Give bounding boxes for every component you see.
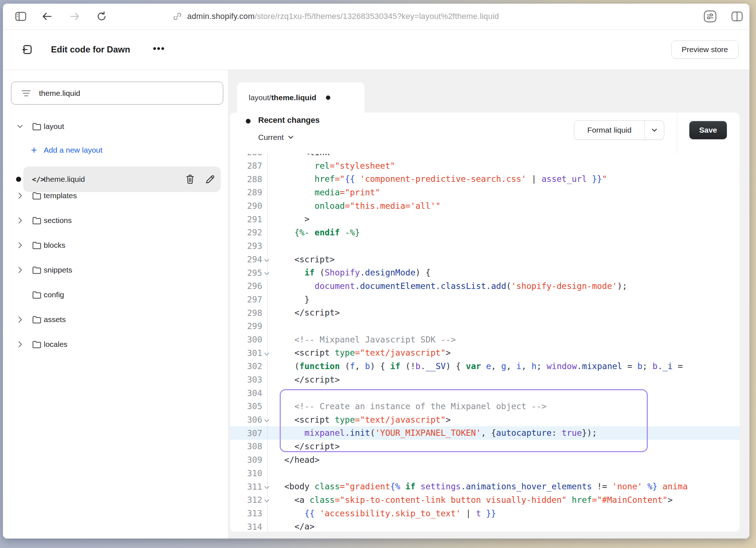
line-number[interactable]: 305 — [230, 400, 267, 413]
line-number[interactable]: 300 — [230, 333, 267, 347]
chevron-right-icon[interactable] — [17, 267, 23, 273]
line-number[interactable]: 296 — [230, 279, 267, 293]
split-view-icon[interactable] — [731, 11, 743, 21]
line-number[interactable]: 295 — [230, 266, 267, 279]
line-number[interactable]: 297 — [230, 293, 267, 306]
tab-theme-liquid[interactable]: layout/theme.liquid — [237, 82, 365, 113]
chevron-down-icon[interactable] — [17, 125, 23, 128]
line-number[interactable]: 291 — [230, 212, 267, 226]
line-number[interactable]: 311 — [230, 480, 267, 493]
code-line-295[interactable]: 295 if (Shopify.designMode) { — [230, 266, 740, 279]
fold-chevron-icon[interactable] — [264, 499, 269, 503]
sidebar-folder-locales[interactable]: locales — [3, 338, 228, 351]
fold-chevron-icon[interactable] — [264, 259, 269, 262]
code-line-306[interactable]: 306 <script type="text/javascript"> — [230, 413, 740, 427]
line-number[interactable]: 293 — [230, 239, 267, 253]
code-line-286[interactable]: 286 <link — [230, 154, 740, 159]
code-line-303[interactable]: 303 </script> — [230, 373, 740, 387]
more-actions-button[interactable]: ••• — [153, 43, 165, 54]
line-number[interactable]: 308 — [230, 440, 267, 453]
sidebar-folder-assets[interactable]: assets — [3, 313, 228, 326]
delete-file-icon[interactable] — [185, 174, 195, 184]
code-line-310[interactable]: 310 — [230, 467, 740, 480]
chevron-right-icon[interactable] — [17, 242, 23, 248]
line-number[interactable]: 304 — [230, 386, 267, 400]
line-number[interactable]: 307 — [230, 426, 267, 440]
code-line-292[interactable]: 292 {%- endif -%} — [230, 226, 740, 239]
code-line-288[interactable]: 288 href="{{ 'component-predictive-searc… — [230, 172, 740, 186]
sidebar-folder-config[interactable]: config — [3, 289, 228, 301]
sidebar-toggle-icon[interactable] — [15, 12, 26, 21]
line-number[interactable]: 309 — [230, 453, 267, 467]
sidebar-folder-blocks[interactable]: blocks — [3, 239, 228, 251]
code-line-313[interactable]: 313 {{ 'accessibility.skip_to_text' | t … — [230, 507, 740, 520]
code-line-299[interactable]: 299 — [230, 320, 740, 333]
line-number[interactable]: 290 — [230, 199, 267, 213]
exit-editor-icon[interactable] — [21, 43, 34, 56]
code-line-290[interactable]: 290 onload="this.media='all'" — [230, 199, 740, 213]
line-number[interactable]: 294 — [230, 253, 267, 266]
line-number[interactable]: 288 — [230, 172, 267, 186]
code-line-308[interactable]: 308 </script> — [230, 440, 740, 453]
sidebar-folder-templates[interactable]: templates — [3, 189, 228, 202]
preview-store-button[interactable]: Preview store — [671, 40, 739, 59]
line-number[interactable]: 303 — [230, 373, 267, 387]
reload-icon[interactable] — [96, 11, 107, 22]
add-new-layout-link[interactable]: + Add a new layout — [3, 144, 228, 156]
save-button[interactable]: Save — [689, 121, 727, 139]
line-number[interactable]: 312 — [230, 493, 267, 507]
chevron-right-icon[interactable] — [17, 192, 23, 199]
code-line-298[interactable]: 298 </script> — [230, 306, 740, 320]
code-line-311[interactable]: 311 <body class="gradient{% if settings.… — [230, 480, 740, 493]
code-line-309[interactable]: 309 </head> — [230, 453, 740, 467]
code-line-289[interactable]: 289 media="print" — [230, 186, 740, 199]
line-number[interactable]: 302 — [230, 360, 267, 373]
address-bar[interactable]: admin.shopify.com/store/rzq1xu-f5/themes… — [173, 4, 499, 29]
sidebar-folder-sections[interactable]: sections — [3, 214, 228, 227]
chevron-right-icon[interactable] — [17, 217, 23, 224]
back-button-icon[interactable] — [42, 12, 52, 21]
file-search-input[interactable]: theme.liquid — [11, 82, 223, 105]
code-line-304[interactable]: 304 — [230, 386, 740, 400]
format-liquid-button[interactable]: Format liquid — [574, 120, 664, 140]
line-number[interactable]: 287 — [230, 159, 267, 173]
chevron-right-icon[interactable] — [17, 316, 23, 323]
line-number[interactable]: 292 — [230, 226, 267, 239]
code-line-297[interactable]: 297 } — [230, 293, 740, 306]
code-line-291[interactable]: 291 > — [230, 212, 740, 226]
code-line-301[interactable]: 301 <script type="text/javascript"> — [230, 346, 740, 360]
code-line-293[interactable]: 293 — [230, 239, 740, 253]
format-options-dropdown[interactable] — [645, 121, 664, 140]
rename-file-icon[interactable] — [205, 174, 215, 184]
line-number[interactable]: 306 — [230, 413, 267, 427]
fold-chevron-icon[interactable] — [264, 419, 269, 423]
reader-settings-icon[interactable] — [704, 10, 717, 23]
line-number[interactable]: 298 — [230, 306, 267, 320]
code-line-287[interactable]: 287 rel="stylesheet" — [230, 159, 740, 173]
fold-chevron-icon[interactable] — [264, 272, 269, 275]
code-line-307[interactable]: 307 mixpanel.init('YOUR_MIXPANEL_TOKEN',… — [230, 426, 740, 440]
code-line-300[interactable]: 300 <!-- Mixpanel Javascript SDK --> — [230, 333, 740, 347]
code-line-314[interactable]: 314 </a> — [230, 520, 740, 532]
line-number[interactable]: 313 — [230, 507, 267, 520]
line-number[interactable]: 289 — [230, 186, 267, 199]
forward-button-icon[interactable] — [69, 12, 80, 21]
sidebar-folder-snippets[interactable]: snippets — [3, 264, 228, 276]
line-number[interactable]: 286 — [230, 154, 267, 159]
sidebar-folder-layout[interactable]: layout — [3, 120, 228, 133]
code-line-294[interactable]: 294 <script> — [230, 253, 740, 266]
code-line-312[interactable]: 312 <a class="skip-to-content-link butto… — [230, 493, 740, 507]
sidebar-file-theme-liquid[interactable]: </> theme.liquid — [3, 173, 228, 185]
version-dropdown[interactable]: Current — [258, 133, 294, 142]
code-editor[interactable]: 286 <link287 rel="stylesheet"288 href="{… — [230, 154, 740, 532]
line-number[interactable]: 301 — [230, 346, 267, 360]
line-number[interactable]: 314 — [230, 520, 267, 532]
code-line-296[interactable]: 296 document.documentElement.classList.a… — [230, 279, 740, 293]
chevron-right-icon[interactable] — [17, 341, 23, 348]
fold-chevron-icon[interactable] — [264, 486, 269, 489]
fold-chevron-icon[interactable] — [264, 352, 269, 356]
line-number[interactable]: 310 — [230, 467, 267, 480]
code-line-302[interactable]: 302 (function (f, b) { if (!b.__SV) { va… — [230, 360, 740, 373]
line-number[interactable]: 299 — [230, 320, 267, 333]
code-line-305[interactable]: 305 <!-- Create an instance of the Mixpa… — [230, 400, 740, 413]
